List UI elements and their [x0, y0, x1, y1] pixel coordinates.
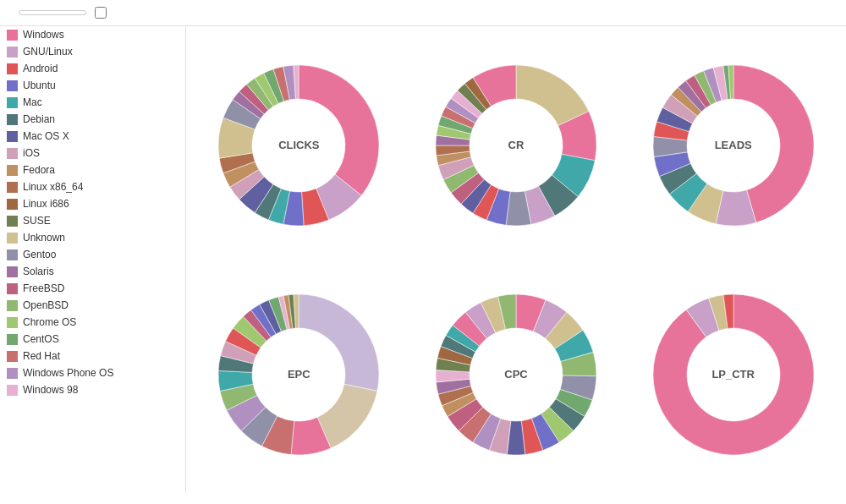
legend-item-label: Windows 98	[23, 384, 78, 396]
legend-item[interactable]: Windows Phone OS	[0, 364, 185, 381]
legend-color-swatch	[7, 63, 18, 74]
donut-chart-cpc	[423, 282, 609, 468]
donut-chart-cr	[423, 52, 609, 238]
legend-item[interactable]: Chrome OS	[0, 314, 185, 331]
donut-chart-leads	[640, 52, 827, 238]
legend-color-swatch	[7, 30, 18, 41]
legend-color-swatch	[7, 165, 18, 176]
legend-color-swatch	[7, 300, 18, 311]
legend-color-swatch	[7, 97, 18, 108]
legend-item[interactable]: Windows 98	[0, 381, 185, 398]
legend-color-swatch	[7, 114, 18, 125]
legend-item-label: Ubuntu	[23, 79, 56, 91]
legend-item-label: Android	[23, 63, 58, 74]
legend-item-label: Solaris	[23, 266, 54, 277]
legend-item-label: GNU/Linux	[23, 46, 73, 58]
charts-area: CLICKSCRLEADSEPCCPCLP_CTR	[186, 26, 846, 493]
legend-item-label: Chrome OS	[23, 316, 76, 328]
chart-epc: EPC	[195, 264, 404, 485]
legend-item[interactable]: Ubuntu	[0, 77, 185, 94]
legend-color-swatch	[7, 148, 18, 159]
legend-color-swatch	[7, 199, 18, 210]
legend-sidebar: WindowsGNU/LinuxAndroidUbuntuMacDebianMa…	[0, 26, 186, 493]
legend-color-swatch	[7, 368, 18, 379]
legend-item[interactable]: Gentoo	[0, 246, 185, 263]
legend-item[interactable]: Android	[0, 60, 185, 77]
legend-item[interactable]: Mac	[0, 94, 185, 111]
legend-color-swatch	[7, 317, 18, 328]
legend-item[interactable]: Debian	[0, 111, 185, 128]
legend-item[interactable]: Linux x86_64	[0, 178, 185, 195]
make-default-checkbox[interactable]	[95, 7, 107, 19]
donut-chart-lp_ctr	[640, 282, 827, 468]
legend-item-label: Linux i686	[23, 198, 69, 210]
legend-color-swatch	[7, 283, 18, 294]
legend-item-label: Debian	[23, 113, 55, 125]
legend-color-swatch	[7, 233, 18, 244]
legend-item[interactable]: Unknown	[0, 229, 185, 246]
legend-item[interactable]: iOS	[0, 145, 185, 162]
legend-color-swatch	[7, 80, 18, 91]
legend-item[interactable]: OpenBSD	[0, 297, 185, 314]
legend-item-label: Mac	[23, 96, 42, 108]
chart-clicks: CLICKS	[195, 35, 404, 255]
make-default-container	[95, 7, 111, 19]
type-dropdown[interactable]	[19, 10, 86, 15]
legend-item-label: Mac OS X	[23, 130, 69, 142]
legend-item-label: OpenBSD	[23, 299, 69, 311]
legend-color-swatch	[7, 131, 18, 142]
legend-item[interactable]: Fedora	[0, 162, 185, 178]
legend-item[interactable]: SUSE	[0, 212, 185, 229]
donut-chart-clicks	[206, 52, 392, 238]
legend-color-swatch	[7, 47, 18, 58]
legend-color-swatch	[7, 182, 18, 193]
legend-item[interactable]: Linux i686	[0, 195, 185, 212]
toolbar	[0, 0, 846, 26]
legend-item-label: CentOS	[23, 333, 59, 345]
legend-item-label: Windows Phone OS	[23, 367, 113, 379]
chart-cpc: CPC	[412, 264, 621, 485]
legend-item-label: Fedora	[23, 164, 55, 176]
legend-item-label: Red Hat	[23, 350, 60, 362]
legend-item[interactable]: Windows	[0, 26, 185, 43]
legend-color-swatch	[7, 266, 18, 277]
legend-color-swatch	[7, 385, 18, 396]
legend-item[interactable]: Mac OS X	[0, 128, 185, 145]
legend-item-label: Gentoo	[23, 249, 56, 260]
legend-item-label: Unknown	[23, 232, 65, 244]
legend-item[interactable]: GNU/Linux	[0, 43, 185, 60]
legend-item-label: FreeBSD	[23, 282, 64, 294]
main-content: WindowsGNU/LinuxAndroidUbuntuMacDebianMa…	[0, 26, 846, 493]
legend-color-swatch	[7, 334, 18, 345]
legend-item[interactable]: Solaris	[0, 263, 185, 280]
legend-item[interactable]: FreeBSD	[0, 280, 185, 297]
legend-item-label: iOS	[23, 147, 40, 159]
chart-leads: LEADS	[629, 35, 838, 255]
legend-item[interactable]: CentOS	[0, 331, 185, 348]
legend-item[interactable]: Red Hat	[0, 348, 185, 364]
legend-color-swatch	[7, 249, 18, 260]
legend-item-label: SUSE	[23, 215, 51, 227]
legend-item-label: Linux x86_64	[23, 181, 83, 193]
chart-cr: CR	[412, 35, 621, 255]
legend-item-label: Windows	[23, 29, 64, 41]
legend-color-swatch	[7, 216, 18, 227]
legend-color-swatch	[7, 351, 18, 362]
donut-chart-epc	[206, 282, 392, 468]
chart-lp_ctr: LP_CTR	[629, 264, 838, 485]
